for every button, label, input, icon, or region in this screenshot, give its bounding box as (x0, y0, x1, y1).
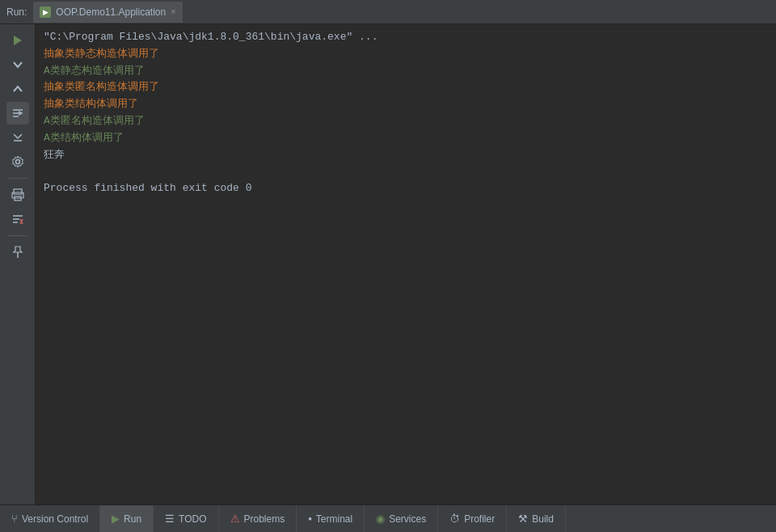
terminal-icon: ▪ (308, 513, 312, 525)
scroll-end-button[interactable] (6, 126, 29, 149)
todo-label: TODO (179, 513, 206, 525)
console-line: A类匿名构造体调用了 (44, 113, 768, 130)
services-tab[interactable]: ◉ Services (365, 505, 438, 532)
bottom-bar: ⑂ Version Control ▶ Run ☰ TODO ⚠ Problem… (0, 505, 776, 532)
run-label: Run: (6, 6, 27, 18)
run-button[interactable] (6, 29, 29, 52)
tab-close-button[interactable]: × (171, 7, 175, 16)
left-toolbar (0, 24, 36, 505)
console-line: A类静态构造体调用了 (44, 63, 768, 80)
console-output: "C:\Program Files\Java\jdk1.8.0_361\bin\… (36, 24, 776, 505)
todo-icon: ☰ (165, 513, 175, 525)
scroll-down-button[interactable] (6, 53, 29, 76)
problems-icon: ⚠ (230, 513, 240, 525)
services-label: Services (389, 513, 426, 525)
svg-rect-6 (14, 189, 22, 194)
print-button[interactable] (6, 184, 29, 206)
main-area: "C:\Program Files\Java\jdk1.8.0_361\bin\… (0, 24, 776, 505)
build-tab[interactable]: ⚒ Build (507, 505, 566, 532)
tab-bar: Run: ▶ OOP.Demo11.Application × (0, 0, 776, 24)
console-line: A类结构体调用了 (44, 130, 768, 147)
build-icon: ⚒ (518, 513, 528, 525)
pin-button[interactable] (6, 241, 29, 264)
problems-label: Problems (244, 513, 285, 525)
problems-tab[interactable]: ⚠ Problems (219, 505, 297, 532)
profiler-tab[interactable]: ⏱ Profiler (438, 505, 507, 532)
todo-tab[interactable]: ☰ TODO (154, 505, 218, 532)
run-tab[interactable]: ▶ Run (100, 505, 154, 532)
console-line: 抽象类匿名构造体调用了 (44, 79, 768, 96)
version-control-icon: ⑂ (11, 513, 18, 525)
terminal-label: Terminal (316, 513, 352, 525)
console-line: 狂奔 (44, 147, 768, 164)
tab-title: OOP.Demo11.Application (56, 6, 166, 18)
run-tab-icon: ▶ (112, 513, 120, 525)
svg-point-5 (15, 160, 19, 164)
profiler-icon: ⏱ (449, 513, 460, 525)
toolbar-separator-2 (8, 235, 27, 236)
toolbar-separator-1 (8, 178, 27, 179)
services-icon: ◉ (376, 513, 385, 525)
version-control-tab[interactable]: ⑂ Version Control (0, 505, 100, 532)
active-tab[interactable]: ▶ OOP.Demo11.Application × (33, 2, 182, 23)
run-tab-label: Run (124, 513, 141, 525)
scroll-up-button[interactable] (6, 78, 29, 100)
settings-button[interactable] (6, 150, 29, 173)
svg-marker-0 (14, 36, 22, 45)
clear-button[interactable] (6, 208, 29, 230)
profiler-label: Profiler (464, 513, 495, 525)
tab-icon: ▶ (40, 6, 51, 18)
console-line: 抽象类结构体调用了 (44, 96, 768, 113)
console-line: 抽象类静态构造体调用了 (44, 46, 768, 63)
console-exit-line: Process finished with exit code 0 (44, 180, 768, 197)
terminal-tab[interactable]: ▪ Terminal (297, 505, 365, 532)
console-line: "C:\Program Files\Java\jdk1.8.0_361\bin\… (44, 29, 768, 46)
console-line-blank (44, 163, 768, 180)
build-label: Build (532, 513, 554, 525)
version-control-label: Version Control (22, 513, 88, 525)
wrap-button[interactable] (6, 102, 29, 125)
